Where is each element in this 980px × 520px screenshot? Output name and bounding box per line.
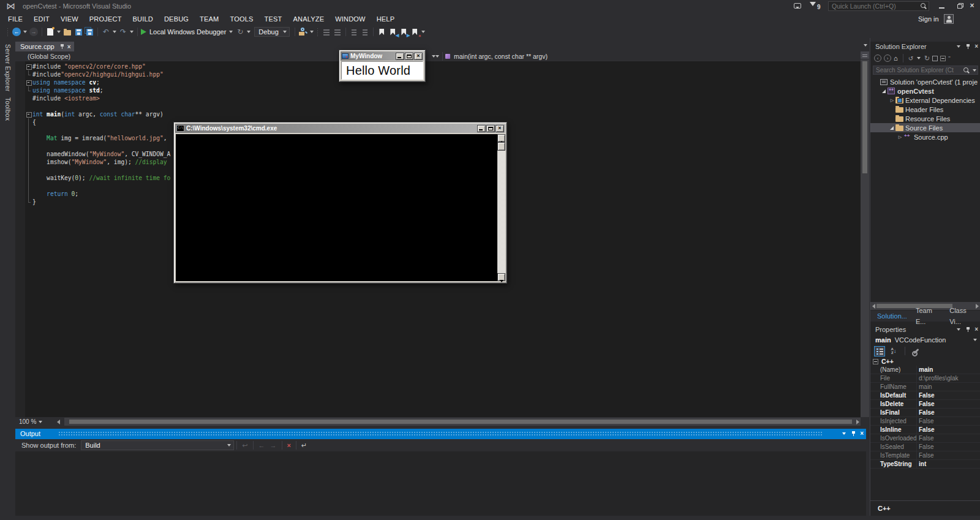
pin-icon[interactable] <box>965 326 971 333</box>
property-value[interactable]: False <box>917 426 980 434</box>
sync-dropdown-icon[interactable] <box>917 57 921 59</box>
close-icon[interactable]: × <box>860 431 864 437</box>
editor-splitter-handle[interactable] <box>861 51 869 59</box>
more-icons[interactable]: '' <box>948 55 950 61</box>
next-message-icon[interactable]: → <box>270 442 277 449</box>
previous-message-icon[interactable]: ← <box>258 442 265 449</box>
cmd-title-bar[interactable]: C:\Windows\system32\cmd.exe × <box>175 124 505 133</box>
property-value[interactable]: main <box>917 366 980 374</box>
close-button[interactable]: × <box>963 0 980 12</box>
property-value[interactable]: False <box>917 409 980 416</box>
close-button[interactable]: × <box>496 125 504 132</box>
fold-marker-icon[interactable] <box>25 78 32 86</box>
tool-tab-solution[interactable]: Solution... <box>873 311 911 322</box>
expander-icon[interactable] <box>889 124 895 131</box>
scroll-left-icon[interactable] <box>57 420 60 424</box>
open-file-button[interactable] <box>62 26 72 37</box>
solution-search-input[interactable] <box>873 67 962 73</box>
user-avatar-icon[interactable] <box>944 14 954 24</box>
tree-item-opencvtest[interactable]: openCvtest <box>870 86 980 96</box>
property-category-row[interactable]: C++ <box>870 357 980 366</box>
sign-in-link[interactable]: Sign in <box>918 12 939 26</box>
toolbar-grip[interactable] <box>7 28 9 36</box>
scroll-right-icon[interactable] <box>856 420 859 424</box>
show-all-files-icon[interactable] <box>932 56 938 61</box>
close-button[interactable]: × <box>414 53 423 60</box>
minimize-button[interactable] <box>932 0 951 12</box>
fold-marker-icon[interactable] <box>25 62 32 70</box>
search-icon[interactable] <box>919 2 927 10</box>
menu-help[interactable]: HELP <box>371 12 401 26</box>
property-value[interactable]: False <box>917 443 980 451</box>
increase-indent-button[interactable] <box>333 26 342 37</box>
menu-analyze[interactable]: ANALYZE <box>287 12 330 26</box>
tree-item-solution-opencvtest-1-proje[interactable]: Solution 'openCvtest' (1 proje <box>870 77 980 86</box>
new-file-dropdown-icon[interactable] <box>57 31 61 33</box>
cmd-vertical-scrollbar[interactable] <box>497 134 505 281</box>
search-dropdown-icon[interactable] <box>973 69 976 72</box>
save-button[interactable] <box>74 26 83 37</box>
menu-build[interactable]: BUILD <box>127 12 159 26</box>
home-icon[interactable]: ⌂ <box>894 55 898 62</box>
vertical-scrollbar-thumb[interactable] <box>497 142 505 151</box>
tree-item-resource-files[interactable]: Resource Files <box>870 114 980 123</box>
property-value[interactable]: main <box>917 383 980 391</box>
tree-item-source-files[interactable]: Source Files <box>870 123 980 132</box>
menu-debug[interactable]: DEBUG <box>159 12 194 26</box>
cmd-console-content[interactable] <box>176 134 505 281</box>
cmd-window[interactable]: C:\Windows\system32\cmd.exe × <box>173 122 507 284</box>
redo-dropdown-icon[interactable] <box>130 31 134 33</box>
property-row-isoverloaded[interactable]: IsOverloadedFalse <box>870 434 980 443</box>
navigate-backward-button[interactable]: ← <box>12 26 21 37</box>
expander-icon[interactable]: ▷ <box>889 97 895 104</box>
comment-button[interactable] <box>349 26 359 37</box>
property-row-isinline[interactable]: IsInlineFalse <box>870 426 980 434</box>
find-in-files-button[interactable] <box>298 26 308 37</box>
tool-tab-class-vi[interactable]: Class Vi... <box>945 305 980 327</box>
forward-icon[interactable]: › <box>884 55 891 62</box>
output-title-bar[interactable]: Output × <box>15 429 866 439</box>
navigate-backward-dropdown-icon[interactable] <box>23 31 27 33</box>
new-file-button[interactable] <box>45 26 55 37</box>
editor-horizontal-scrollbar[interactable] <box>64 418 861 426</box>
word-wrap-icon[interactable]: ↵ <box>301 442 307 450</box>
menu-window[interactable]: WINDOW <box>330 12 371 26</box>
redo-button[interactable]: ↷ <box>118 26 128 37</box>
side-tab-server-explorer[interactable]: Server Explorer <box>0 38 15 91</box>
collapse-icon[interactable] <box>873 359 878 364</box>
document-tab-source-cpp[interactable]: Source.cpp × <box>15 42 74 51</box>
minimize-button[interactable] <box>477 125 486 132</box>
solution-configuration-combo[interactable]: Debug <box>254 27 290 37</box>
find-dropdown-icon[interactable] <box>310 31 314 33</box>
window-position-dropdown-icon[interactable] <box>842 432 846 435</box>
navigate-forward-button[interactable]: → <box>29 26 39 37</box>
expander-icon[interactable] <box>881 88 888 94</box>
refresh-icon[interactable]: ↻ <box>924 55 930 62</box>
maximize-button[interactable] <box>405 53 413 60</box>
toolbar-grip[interactable] <box>317 28 319 36</box>
uncomment-button[interactable] <box>360 26 370 37</box>
property-value[interactable]: False <box>917 400 980 408</box>
menu-team[interactable]: TEAM <box>194 12 224 26</box>
search-icon[interactable] <box>962 67 970 74</box>
side-tab-toolbox[interactable]: Toolbox <box>0 91 15 121</box>
back-icon[interactable]: ‹ <box>874 55 881 62</box>
alphabetical-button[interactable]: AZ↓ <box>888 346 899 356</box>
tree-item-header-files[interactable]: Header Files <box>870 105 980 114</box>
solution-explorer-header[interactable]: Solution Explorer × <box>870 42 980 52</box>
menu-project[interactable]: PROJECT <box>84 12 127 26</box>
save-all-button[interactable] <box>85 26 94 37</box>
close-icon[interactable]: × <box>974 326 978 333</box>
output-source-combo[interactable]: Build <box>81 440 234 450</box>
member-dropdown-icon[interactable] <box>435 55 439 58</box>
window-position-dropdown-icon[interactable] <box>957 328 960 331</box>
scope-combo[interactable]: (Global Scope) <box>28 51 70 61</box>
clear-all-icon[interactable]: × <box>287 442 291 449</box>
properties-header[interactable]: Properties × <box>870 325 980 335</box>
close-tab-icon[interactable]: × <box>67 43 71 50</box>
horizontal-scrollbar-thumb[interactable] <box>69 420 852 424</box>
property-row-istemplate[interactable]: IsTemplateFalse <box>870 451 980 460</box>
quick-launch-input[interactable] <box>829 2 919 10</box>
goto-source-icon[interactable]: ↩ <box>242 442 247 450</box>
mywindow-window[interactable]: MyWindow × Hello World <box>339 50 426 82</box>
